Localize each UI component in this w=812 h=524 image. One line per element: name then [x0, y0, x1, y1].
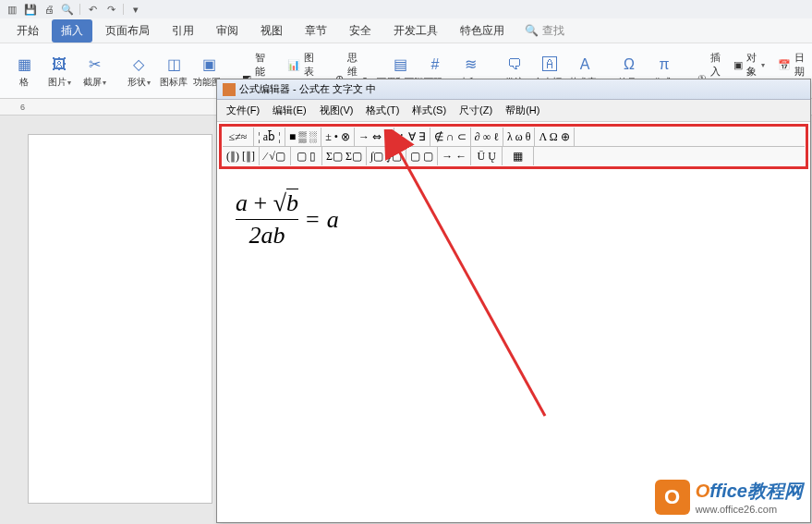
date-icon: 📅: [778, 59, 791, 71]
tab-references[interactable]: 引用: [163, 19, 203, 43]
shape-icon: ◇: [129, 55, 148, 74]
eq-tool-underover[interactable]: ▢ ▢: [406, 147, 438, 165]
eq-tool-integral[interactable]: ∫▢ ∮▢: [367, 147, 406, 165]
watermark: O Office教程网 www.office26.com: [655, 479, 803, 515]
equation-canvas[interactable]: a + √b 2ab = a: [217, 171, 810, 268]
eq-tool-relations[interactable]: ≤≠≈: [223, 128, 254, 146]
document-page[interactable]: [28, 134, 212, 504]
app-icon[interactable]: ▥: [6, 3, 18, 16]
eq-tool-labeled-arrows[interactable]: → ←: [438, 147, 471, 165]
symbol-icon: Ω: [620, 55, 638, 74]
tab-review[interactable]: 审阅: [207, 19, 248, 43]
tab-special[interactable]: 特色应用: [451, 19, 514, 43]
equation-editor-icon: [223, 83, 236, 96]
eq-menu-format[interactable]: 格式(T): [360, 102, 405, 119]
redo-icon[interactable]: ↷: [104, 3, 117, 16]
search-icon: 🔍: [525, 24, 539, 37]
eq-menu-edit[interactable]: 编辑(E): [267, 102, 312, 119]
feature-icon: ▣: [200, 55, 218, 74]
search-box[interactable]: 🔍 查找: [525, 23, 564, 39]
eq-tool-operators[interactable]: ± • ⊗: [321, 128, 355, 146]
watermark-icon: ≋: [461, 55, 479, 74]
equation-editor-window: 公式编辑器 - 公式在 文字文 中 文件(F) 编辑(E) 视图(V) 格式(T…: [216, 79, 811, 523]
iconlib-button[interactable]: ◫ 图标库: [157, 49, 190, 94]
eq-menu-view[interactable]: 视图(V): [314, 102, 359, 119]
iconlib-icon: ◫: [164, 55, 183, 74]
equation-editor-title: 公式编辑器 - 公式在 文字文 中: [239, 82, 376, 96]
watermark-title: Office教程网: [696, 479, 803, 504]
eq-tool-matrix[interactable]: ▦: [503, 147, 534, 165]
eq-tool-brackets[interactable]: (∥) [∥]: [223, 147, 260, 165]
equation-toolbar-row1: ≤≠≈ ¦ ab̄ ¦ ■ ▒ ░ ± • ⊗ → ⇔ ↓ ∴ ∀ ∃ ∉ ∩ …: [223, 128, 805, 147]
undo-icon[interactable]: ↶: [86, 3, 99, 16]
textbox-icon: 🄰: [540, 55, 559, 74]
eq-tool-logic[interactable]: ∴ ∀ ∃: [394, 128, 430, 146]
eq-tool-products[interactable]: Ū Ų: [471, 147, 503, 165]
quick-access-toolbar: ▥ 💾 🖨 🔍 ↶ ↷ ▾: [0, 0, 812, 18]
tab-start[interactable]: 开始: [7, 19, 48, 43]
picture-icon: 🖼: [50, 55, 68, 74]
tab-section[interactable]: 章节: [296, 19, 336, 43]
watermark-icon: O: [655, 480, 690, 515]
eq-tool-arrows[interactable]: → ⇔ ↓: [355, 128, 394, 146]
equation-editor-menu: 文件(F) 编辑(E) 视图(V) 格式(T) 样式(S) 尺寸(Z) 帮助(H…: [217, 100, 810, 122]
formula-icon: π: [655, 55, 673, 74]
comment-icon: 🗨: [505, 55, 524, 74]
object-icon: ▣: [733, 59, 743, 71]
eq-tool-misc[interactable]: ∂ ∞ ℓ: [471, 128, 503, 146]
shape-button[interactable]: ◇ 形状▾: [122, 49, 155, 94]
equation-editor-titlebar[interactable]: 公式编辑器 - 公式在 文字文 中: [217, 79, 810, 100]
eq-tool-fraction-root[interactable]: ⁄ √▢: [260, 147, 291, 165]
eq-tool-greek-lower[interactable]: λ ω θ: [503, 128, 535, 146]
eq-tool-subsup[interactable]: ▢ ▯: [291, 147, 322, 165]
object-button[interactable]: ▣对象▾: [728, 49, 770, 80]
chart-button[interactable]: 📊图表: [282, 49, 328, 80]
eq-menu-file[interactable]: 文件(F): [221, 102, 265, 119]
tab-view[interactable]: 视图: [251, 19, 292, 43]
headerfooter-icon: ▤: [391, 55, 409, 74]
print-icon[interactable]: 🖨: [42, 3, 55, 16]
tab-insert[interactable]: 插入: [52, 19, 92, 43]
eq-tool-accents[interactable]: ¦ ab̄ ¦: [254, 128, 285, 146]
screenshot-button[interactable]: ✂ 截屏▾: [78, 49, 111, 94]
menu-tabs: 开始 插入 页面布局 引用 审阅 视图 章节 安全 开发工具 特色应用 🔍 查找: [0, 18, 812, 43]
chart-icon: 📊: [287, 59, 300, 71]
equation-toolbar-row2: (∥) [∥] ⁄ √▢ ▢ ▯ Σ▢ Σ▢ ∫▢ ∮▢ ▢ ▢ → ← Ū Ų…: [223, 147, 805, 165]
preview-icon[interactable]: 🔍: [61, 3, 74, 16]
equation-toolbar-highlight: ≤≠≈ ¦ ab̄ ¦ ■ ▒ ░ ± • ⊗ → ⇔ ↓ ∴ ∀ ∃ ∉ ∩ …: [219, 124, 808, 169]
eq-tool-greek-upper[interactable]: Λ Ω ⊕: [535, 128, 574, 146]
table-button[interactable]: ▦ 格: [7, 49, 41, 94]
picture-button[interactable]: 🖼 图片▾: [42, 49, 76, 94]
pagenum-icon: #: [426, 55, 444, 74]
eq-tool-sum[interactable]: Σ▢ Σ▢: [322, 147, 367, 165]
tab-security[interactable]: 安全: [340, 19, 381, 43]
separator: [123, 4, 124, 15]
eq-menu-size[interactable]: 尺寸(Z): [454, 102, 498, 119]
wordart-icon: A: [576, 55, 594, 74]
save-icon[interactable]: 💾: [24, 3, 37, 16]
eq-tool-spaces[interactable]: ■ ▒ ░: [285, 128, 321, 146]
tab-layout[interactable]: 页面布局: [96, 19, 159, 43]
eq-menu-style[interactable]: 样式(S): [406, 102, 452, 119]
separator: [79, 4, 80, 15]
watermark-url: www.office26.com: [696, 504, 803, 515]
eq-menu-help[interactable]: 帮助(H): [500, 102, 545, 119]
screenshot-icon: ✂: [85, 55, 103, 74]
table-icon: ▦: [15, 55, 33, 74]
dropdown-icon[interactable]: ▾: [129, 3, 142, 16]
formula-display: a + √b 2ab = a: [236, 189, 339, 250]
search-label: 查找: [542, 23, 564, 39]
tab-dev[interactable]: 开发工具: [384, 19, 447, 43]
eq-tool-set[interactable]: ∉ ∩ ⊂: [430, 128, 471, 146]
date-button[interactable]: 📅日期: [772, 49, 810, 80]
